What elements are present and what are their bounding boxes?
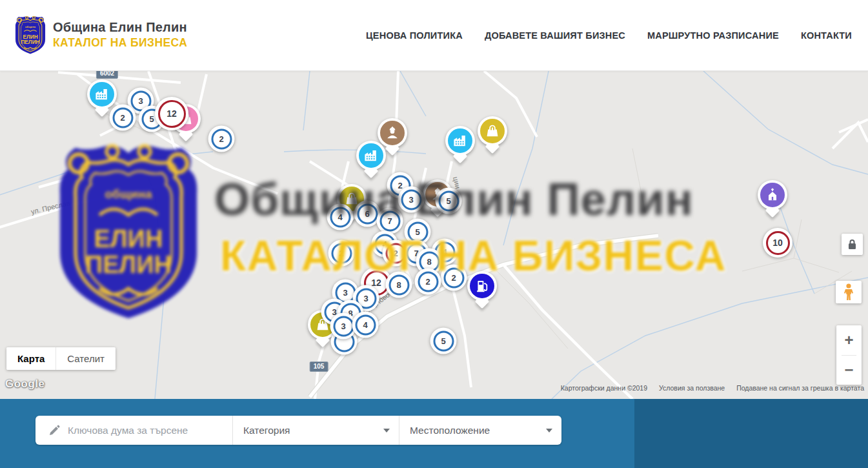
cluster-count: 2 [211,128,232,149]
bag-icon [480,119,505,143]
site-title: Община Елин Пелин [53,20,187,35]
map-data-copyright: Картографски данни ©2019 [561,384,647,392]
brand-text: Община Елин Пелин КАТАЛОГ НА БИЗНЕСА [53,20,187,50]
cluster-count: 5 [438,190,459,211]
marker-layer: 325122235647542274822128333834510 [0,71,868,399]
church-icon [760,183,785,207]
cluster-count: 6 [357,203,378,224]
cluster-count: 4 [330,207,350,227]
worker-icon [380,121,405,145]
chevron-down-icon [383,429,390,432]
cluster-marker[interactable]: 5 [436,188,462,214]
main-nav: ЦЕНОВА ПОЛИТИКАДОБАВЕТЕ ВАШИЯТ БИЗНЕСМАР… [344,0,852,71]
cluster-count: 12 [158,100,186,128]
search-bar: Категория Местоположение [0,399,868,468]
map-type-map-button[interactable]: Карта [6,347,56,370]
cluster-marker[interactable]: 2 [415,269,441,295]
cluster-count: 3 [333,316,354,336]
cluster-count: 10 [766,231,790,255]
scroll-lock-button[interactable] [842,234,863,255]
map-pin-factory[interactable] [87,79,117,109]
category-dropdown-label: Категория [243,425,378,436]
cluster-count: 2 [112,107,133,128]
cluster-count: 4 [355,314,376,335]
cluster-count: 5 [407,221,428,242]
cluster-count: 3 [401,189,421,210]
cluster-count: 2 [443,267,464,288]
fuel-icon [470,274,494,298]
cluster-marker[interactable]: 7 [377,208,403,234]
factory-icon [359,143,383,168]
municipality-logo-icon: община ЕЛИН ПЕЛИН [14,14,46,56]
cluster-marker[interactable]: 3 [398,187,425,213]
cluster-count: 2 [331,243,352,263]
search-bar-right-panel [634,399,868,468]
cluster-marker[interactable]: 2 [441,265,467,291]
attribution-link[interactable]: Условия за ползване [659,384,725,392]
page: община ЕЛИН ПЕЛИН Община Елин Пелин КАТА… [0,0,868,468]
map-canvas[interactable]: ул. Преславбул. „Новоселции 6002105 3251… [0,71,868,399]
cluster-marker[interactable]: 10 [763,228,792,258]
location-dropdown[interactable]: Местоположение [399,416,561,445]
nav-item-route-schedule[interactable]: МАРШРУТНО РАЗПИСАНИЕ [647,30,779,41]
map-pin-bag[interactable] [478,116,507,146]
chevron-down-icon [546,429,552,432]
cluster-count: 5 [433,331,454,351]
street-view-pegman-button[interactable] [836,281,862,303]
nav-item-add-business[interactable]: ДОБАВЕТЕ ВАШИЯТ БИЗНЕС [485,30,625,41]
map-pin-factory[interactable] [445,126,475,156]
brand[interactable]: община ЕЛИН ПЕЛИН Община Елин Пелин КАТА… [14,14,187,56]
cluster-marker[interactable]: 4 [352,312,379,338]
keyword-section [35,416,232,445]
map-pin-church[interactable] [758,180,787,210]
cluster-marker[interactable]: 5 [430,328,457,354]
zoom-in-button[interactable]: + [836,325,862,355]
map-type-control: Карта Сателит [6,347,116,370]
attribution-link[interactable]: Подаване на сигнал за грешка в картата [736,384,864,392]
map-pin-factory[interactable] [356,141,386,170]
location-dropdown-label: Местоположение [410,425,541,436]
map-pin-worker[interactable] [378,118,407,148]
cluster-marker[interactable]: 12 [155,97,188,130]
map-pin-fuel[interactable] [467,271,497,301]
svg-text:ЕЛИН: ЕЛИН [23,34,37,40]
factory-icon [90,82,114,107]
pencil-icon [48,425,60,436]
nav-item-contacts[interactable]: КОНТАКТИ [801,30,852,41]
cluster-marker[interactable]: 2 [110,105,136,131]
cluster-count: 7 [379,210,400,231]
map-type-satellite-button[interactable]: Сателит [56,347,116,370]
cluster-marker[interactable]: 4 [327,204,354,230]
lock-icon [847,239,857,250]
map-attribution: Картографски данни ©2019Условия за ползв… [561,384,864,392]
cluster-count: 8 [389,274,409,295]
zoom-out-button[interactable]: − [836,355,862,385]
cluster-marker[interactable]: 2 [328,240,355,267]
header: община ЕЛИН ПЕЛИН Община Елин Пелин КАТА… [0,0,868,71]
google-logo[interactable]: Google [5,378,45,391]
search-form: Категория Местоположение [35,416,561,445]
pegman-icon [843,283,854,301]
nav-item-pricing[interactable]: ЦЕНОВА ПОЛИТИКА [366,30,463,41]
factory-icon [448,128,472,153]
keyword-search-input[interactable] [68,425,216,436]
cluster-count: 2 [418,271,438,292]
zoom-control: + − [836,325,862,385]
cluster-marker[interactable]: 2 [208,126,235,152]
category-dropdown[interactable]: Категория [232,416,399,445]
site-subtitle: КАТАЛОГ НА БИЗНЕСА [53,36,187,50]
cluster-marker[interactable]: 8 [386,272,412,298]
svg-text:ПЕЛИН: ПЕЛИН [21,39,39,45]
svg-text:община: община [25,25,36,28]
